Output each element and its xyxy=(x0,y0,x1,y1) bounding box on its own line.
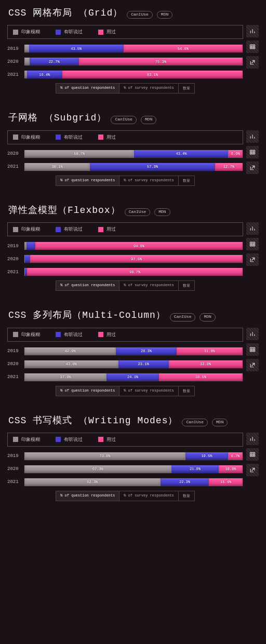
segment-heard[interactable] xyxy=(26,242,36,250)
toggle-percent-survey[interactable]: % of survey respondents xyxy=(119,386,179,396)
segment-heard[interactable]: 22.7% xyxy=(30,58,79,65)
chart-view-icon[interactable] xyxy=(246,25,259,37)
mdn-link[interactable]: MDN xyxy=(200,313,215,321)
toggle-percent-survey[interactable]: % of survey respondents xyxy=(119,491,179,501)
segment-never[interactable]: 37.8% xyxy=(24,373,107,381)
segment-never[interactable]: 43.0% xyxy=(24,360,118,368)
toggle-count[interactable]: 数量 xyxy=(179,281,194,290)
segment-never[interactable]: 62.3% xyxy=(24,478,161,486)
share-icon[interactable] xyxy=(246,162,259,174)
section-header: 子网格 （Subgrid） CanIUse MDN xyxy=(7,111,259,124)
year-label: 2020 xyxy=(7,361,21,367)
segment-never[interactable]: 67.3% xyxy=(24,465,171,473)
segment-never[interactable]: 30.1% xyxy=(24,163,90,171)
segment-heard[interactable]: 43.4% xyxy=(134,150,228,158)
segment-used[interactable]: 75.3% xyxy=(79,58,243,65)
segment-used[interactable]: 97.5% xyxy=(30,255,243,263)
segment-never[interactable] xyxy=(24,45,29,52)
toggle-percent-survey[interactable]: % of survey respondents xyxy=(119,281,179,290)
segment-used[interactable]: 10.8% xyxy=(219,465,242,473)
stacked-bar: 22.7% 75.3% xyxy=(24,57,243,66)
segment-used[interactable]: 33.8% xyxy=(169,360,243,368)
segment-used[interactable]: 38.5% xyxy=(159,373,243,381)
legend-used[interactable]: 用过 xyxy=(98,436,116,443)
bar-row: 2019 73.8% 19.5% 6.7% xyxy=(7,452,243,461)
segment-never[interactable]: 42.9% xyxy=(24,347,116,355)
legend-never[interactable]: 印象模糊 xyxy=(13,436,40,443)
legend-used[interactable]: 用过 xyxy=(98,226,116,233)
segment-used[interactable]: 83.1% xyxy=(62,71,243,78)
toggle-count[interactable]: 数量 xyxy=(179,84,194,93)
segment-heard[interactable]: 23.1% xyxy=(118,360,169,368)
caniuse-link[interactable]: CanIUse xyxy=(111,116,137,124)
mdn-link[interactable]: MDN xyxy=(212,419,228,426)
caniuse-link[interactable]: CanIUse xyxy=(170,313,196,321)
chart-view-icon[interactable] xyxy=(246,130,259,143)
segment-used[interactable]: 15.4% xyxy=(209,478,243,486)
table-view-icon[interactable] xyxy=(246,343,259,356)
bar-row: 2020 97.5% xyxy=(7,254,243,263)
segment-used[interactable]: 98.7% xyxy=(27,268,243,276)
legend-used[interactable]: 用过 xyxy=(98,331,116,338)
chart-view-icon[interactable] xyxy=(246,222,259,235)
segment-used[interactable]: 12.7% xyxy=(215,163,243,171)
chart-view-icon[interactable] xyxy=(246,328,259,340)
toggle-percent-question[interactable]: % of question respondents xyxy=(56,386,119,396)
legend-used[interactable]: 用过 xyxy=(98,134,116,141)
legend-heard[interactable]: 有听说过 xyxy=(56,29,83,35)
legend-heard[interactable]: 有听说过 xyxy=(56,436,83,443)
swatch-icon xyxy=(56,30,61,35)
toggle-percent-question[interactable]: % of question respondents xyxy=(56,491,119,501)
caniuse-link[interactable]: CanIUse xyxy=(127,11,153,19)
toggle-count[interactable]: 数量 xyxy=(179,176,194,185)
legend-heard[interactable]: 有听说过 xyxy=(56,331,83,338)
segment-used[interactable]: 6.6% xyxy=(228,150,243,158)
toggle-percent-question[interactable]: % of question respondents xyxy=(56,84,119,93)
toggle-percent-question[interactable]: % of question respondents xyxy=(56,176,119,185)
section-header: CSS 网格布局 （Grid） CanIUse MDN xyxy=(7,6,259,19)
segment-heard[interactable]: 16.4% xyxy=(27,71,62,78)
legend-heard[interactable]: 有听说过 xyxy=(56,134,83,141)
segment-used[interactable]: 6.7% xyxy=(228,452,243,460)
segment-never[interactable]: 50.7% xyxy=(24,150,134,158)
stacked-bar: 97.5% xyxy=(24,254,243,263)
legend-never[interactable]: 印象模糊 xyxy=(13,134,40,141)
mdn-link[interactable]: MDN xyxy=(157,11,172,19)
legend-never[interactable]: 印象模糊 xyxy=(13,29,40,35)
segment-never[interactable] xyxy=(24,58,30,65)
segment-heard[interactable]: 24.1% xyxy=(107,373,159,381)
legend-never[interactable]: 印象模糊 xyxy=(13,331,40,338)
segment-heard[interactable] xyxy=(25,255,30,263)
chart-view-icon[interactable] xyxy=(246,433,259,445)
legend-used[interactable]: 用过 xyxy=(98,29,116,35)
legend-never[interactable]: 印象模糊 xyxy=(13,226,40,233)
caniuse-link[interactable]: CanIUse xyxy=(182,419,208,426)
toggle-percent-question[interactable]: % of question respondents xyxy=(56,281,119,290)
share-icon[interactable] xyxy=(246,253,259,266)
mdn-link[interactable]: MDN xyxy=(141,116,156,124)
share-icon[interactable] xyxy=(246,56,259,69)
toggle-percent-survey[interactable]: % of survey respondents xyxy=(119,84,179,93)
legend-heard[interactable]: 有听说过 xyxy=(56,226,83,233)
segment-heard[interactable]: 57.3% xyxy=(90,163,215,171)
segment-heard[interactable]: 22.3% xyxy=(161,478,209,486)
segment-heard[interactable]: 19.5% xyxy=(185,452,228,460)
table-view-icon[interactable] xyxy=(246,238,259,250)
segment-used[interactable]: 54.8% xyxy=(124,45,243,52)
toggle-count[interactable]: 数量 xyxy=(179,491,194,501)
segment-never[interactable]: 73.8% xyxy=(24,452,185,460)
table-view-icon[interactable] xyxy=(246,41,259,53)
segment-used[interactable]: 31.0% xyxy=(177,347,243,355)
mdn-link[interactable]: MDN xyxy=(154,208,170,216)
share-icon[interactable] xyxy=(246,359,259,371)
segment-heard[interactable]: 43.5% xyxy=(29,45,124,52)
segment-used[interactable]: 94.8% xyxy=(35,242,242,250)
caniuse-link[interactable]: CanIUse xyxy=(125,208,151,216)
table-view-icon[interactable] xyxy=(246,146,259,158)
toggle-count[interactable]: 数量 xyxy=(179,386,194,396)
segment-heard[interactable]: 21.8% xyxy=(171,465,219,473)
share-icon[interactable] xyxy=(246,464,259,476)
toggle-percent-survey[interactable]: % of survey respondents xyxy=(119,176,179,185)
table-view-icon[interactable] xyxy=(246,448,259,461)
segment-heard[interactable]: 28.3% xyxy=(116,347,176,355)
